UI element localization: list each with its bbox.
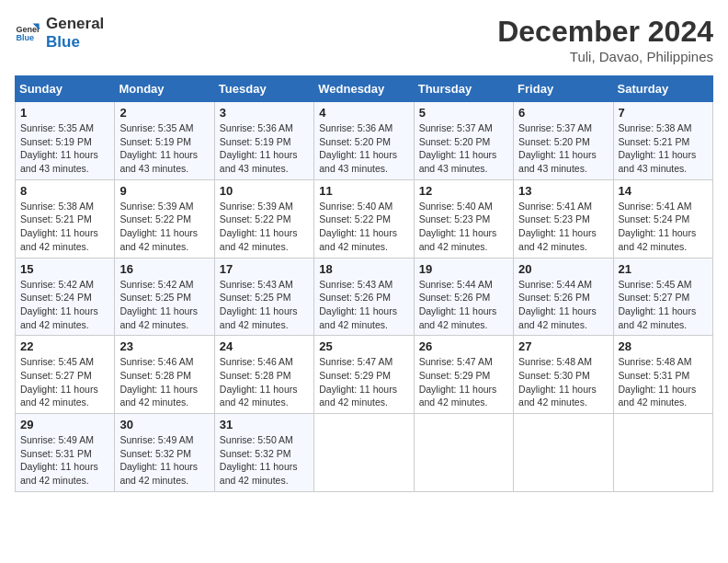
day-number: 7 bbox=[619, 106, 708, 120]
day-number: 6 bbox=[518, 106, 608, 120]
day-info: Sunrise: 5:39 AMSunset: 5:22 PMDaylight:… bbox=[220, 200, 309, 254]
day-number: 14 bbox=[619, 184, 708, 198]
calendar-cell: 19Sunrise: 5:44 AMSunset: 5:26 PMDayligh… bbox=[414, 258, 513, 336]
title-block: December 2024 Tuli, Davao, Philippines bbox=[497, 15, 713, 64]
calendar-cell: 4Sunrise: 5:36 AMSunset: 5:20 PMDaylight… bbox=[314, 102, 414, 180]
calendar-cell: 27Sunrise: 5:48 AMSunset: 5:30 PMDayligh… bbox=[514, 336, 613, 414]
day-number: 16 bbox=[119, 262, 209, 276]
logo: General Blue General Blue bbox=[15, 15, 104, 52]
day-info: Sunrise: 5:50 AMSunset: 5:32 PMDaylight:… bbox=[220, 433, 309, 488]
day-info: Sunrise: 5:48 AMSunset: 5:30 PMDaylight:… bbox=[518, 355, 608, 409]
calendar-cell bbox=[514, 414, 613, 492]
day-number: 24 bbox=[220, 339, 309, 353]
day-number: 11 bbox=[319, 184, 408, 198]
day-number: 30 bbox=[119, 418, 209, 431]
calendar-cell: 25Sunrise: 5:47 AMSunset: 5:29 PMDayligh… bbox=[314, 336, 414, 414]
calendar-cell: 5Sunrise: 5:37 AMSunset: 5:20 PMDaylight… bbox=[414, 102, 513, 180]
day-info: Sunrise: 5:42 AMSunset: 5:24 PMDaylight:… bbox=[20, 278, 109, 332]
day-number: 8 bbox=[20, 184, 109, 198]
page-subtitle: Tuli, Davao, Philippines bbox=[497, 49, 713, 64]
calendar-cell: 24Sunrise: 5:46 AMSunset: 5:28 PMDayligh… bbox=[214, 336, 313, 414]
day-info: Sunrise: 5:36 AMSunset: 5:19 PMDaylight:… bbox=[220, 121, 309, 176]
day-info: Sunrise: 5:48 AMSunset: 5:31 PMDaylight:… bbox=[619, 355, 708, 409]
day-info: Sunrise: 5:49 AMSunset: 5:31 PMDaylight:… bbox=[20, 433, 109, 488]
calendar-cell: 28Sunrise: 5:48 AMSunset: 5:31 PMDayligh… bbox=[613, 336, 712, 414]
calendar-week-row: 15Sunrise: 5:42 AMSunset: 5:24 PMDayligh… bbox=[16, 258, 713, 336]
calendar-cell: 21Sunrise: 5:45 AMSunset: 5:27 PMDayligh… bbox=[613, 258, 712, 336]
day-number: 1 bbox=[20, 106, 109, 120]
weekday-header: Tuesday bbox=[214, 76, 313, 102]
day-number: 25 bbox=[319, 339, 408, 353]
day-number: 20 bbox=[518, 262, 608, 276]
day-info: Sunrise: 5:44 AMSunset: 5:26 PMDaylight:… bbox=[419, 278, 508, 332]
day-number: 15 bbox=[20, 262, 109, 276]
day-info: Sunrise: 5:44 AMSunset: 5:26 PMDaylight:… bbox=[518, 278, 608, 332]
day-number: 23 bbox=[119, 339, 209, 353]
day-number: 5 bbox=[419, 106, 508, 120]
calendar-cell: 16Sunrise: 5:42 AMSunset: 5:25 PMDayligh… bbox=[115, 258, 214, 336]
day-number: 17 bbox=[220, 262, 309, 276]
calendar-cell: 6Sunrise: 5:37 AMSunset: 5:20 PMDaylight… bbox=[514, 102, 613, 180]
day-number: 29 bbox=[20, 418, 109, 431]
day-number: 3 bbox=[220, 106, 309, 120]
weekday-header-row: SundayMondayTuesdayWednesdayThursdayFrid… bbox=[16, 76, 713, 102]
calendar-cell: 12Sunrise: 5:40 AMSunset: 5:23 PMDayligh… bbox=[414, 179, 513, 258]
calendar-cell: 22Sunrise: 5:45 AMSunset: 5:27 PMDayligh… bbox=[16, 336, 115, 414]
calendar-cell: 1Sunrise: 5:35 AMSunset: 5:19 PMDaylight… bbox=[16, 102, 115, 180]
day-number: 12 bbox=[419, 184, 508, 198]
calendar-cell: 20Sunrise: 5:44 AMSunset: 5:26 PMDayligh… bbox=[514, 258, 613, 336]
weekday-header: Saturday bbox=[613, 76, 712, 102]
calendar-cell: 17Sunrise: 5:43 AMSunset: 5:25 PMDayligh… bbox=[214, 258, 313, 336]
day-info: Sunrise: 5:40 AMSunset: 5:23 PMDaylight:… bbox=[419, 200, 508, 254]
day-info: Sunrise: 5:38 AMSunset: 5:21 PMDaylight:… bbox=[619, 121, 708, 176]
day-info: Sunrise: 5:37 AMSunset: 5:20 PMDaylight:… bbox=[518, 121, 608, 176]
calendar-week-row: 8Sunrise: 5:38 AMSunset: 5:21 PMDaylight… bbox=[16, 179, 713, 258]
day-number: 21 bbox=[619, 262, 708, 276]
day-number: 22 bbox=[20, 339, 109, 353]
day-info: Sunrise: 5:45 AMSunset: 5:27 PMDaylight:… bbox=[619, 278, 708, 332]
calendar-cell: 15Sunrise: 5:42 AMSunset: 5:24 PMDayligh… bbox=[16, 258, 115, 336]
calendar-cell: 7Sunrise: 5:38 AMSunset: 5:21 PMDaylight… bbox=[613, 102, 712, 180]
calendar-cell: 2Sunrise: 5:35 AMSunset: 5:19 PMDaylight… bbox=[115, 102, 214, 180]
day-info: Sunrise: 5:39 AMSunset: 5:22 PMDaylight:… bbox=[119, 200, 209, 254]
day-number: 18 bbox=[319, 262, 408, 276]
calendar-cell: 31Sunrise: 5:50 AMSunset: 5:32 PMDayligh… bbox=[214, 414, 313, 492]
calendar-cell: 26Sunrise: 5:47 AMSunset: 5:29 PMDayligh… bbox=[414, 336, 513, 414]
day-number: 28 bbox=[619, 339, 708, 353]
day-info: Sunrise: 5:41 AMSunset: 5:24 PMDaylight:… bbox=[619, 200, 708, 254]
calendar-cell: 9Sunrise: 5:39 AMSunset: 5:22 PMDaylight… bbox=[115, 179, 214, 258]
day-number: 2 bbox=[119, 106, 209, 120]
calendar-cell: 8Sunrise: 5:38 AMSunset: 5:21 PMDaylight… bbox=[16, 179, 115, 258]
page-header: General Blue General Blue December 2024 … bbox=[15, 15, 713, 64]
calendar-cell: 14Sunrise: 5:41 AMSunset: 5:24 PMDayligh… bbox=[613, 179, 712, 258]
calendar-cell: 11Sunrise: 5:40 AMSunset: 5:22 PMDayligh… bbox=[314, 179, 414, 258]
calendar-cell: 13Sunrise: 5:41 AMSunset: 5:23 PMDayligh… bbox=[514, 179, 613, 258]
day-number: 10 bbox=[220, 184, 309, 198]
day-info: Sunrise: 5:41 AMSunset: 5:23 PMDaylight:… bbox=[518, 200, 608, 254]
weekday-header: Friday bbox=[514, 76, 613, 102]
svg-text:Blue: Blue bbox=[16, 34, 34, 43]
day-number: 13 bbox=[518, 184, 608, 198]
day-info: Sunrise: 5:35 AMSunset: 5:19 PMDaylight:… bbox=[119, 121, 209, 176]
day-info: Sunrise: 5:42 AMSunset: 5:25 PMDaylight:… bbox=[119, 278, 209, 332]
calendar-week-row: 22Sunrise: 5:45 AMSunset: 5:27 PMDayligh… bbox=[16, 336, 713, 414]
day-info: Sunrise: 5:47 AMSunset: 5:29 PMDaylight:… bbox=[419, 355, 508, 409]
calendar-cell: 30Sunrise: 5:49 AMSunset: 5:32 PMDayligh… bbox=[115, 414, 214, 492]
calendar-cell: 29Sunrise: 5:49 AMSunset: 5:31 PMDayligh… bbox=[16, 414, 115, 492]
day-info: Sunrise: 5:36 AMSunset: 5:20 PMDaylight:… bbox=[319, 121, 408, 176]
calendar-cell: 3Sunrise: 5:36 AMSunset: 5:19 PMDaylight… bbox=[214, 102, 313, 180]
page-title: December 2024 bbox=[497, 15, 713, 49]
weekday-header: Monday bbox=[115, 76, 214, 102]
calendar-cell bbox=[314, 414, 414, 492]
calendar-table: SundayMondayTuesdayWednesdayThursdayFrid… bbox=[15, 75, 713, 492]
weekday-header: Sunday bbox=[16, 76, 115, 102]
day-number: 9 bbox=[119, 184, 209, 198]
day-number: 31 bbox=[220, 418, 309, 431]
calendar-cell bbox=[613, 414, 712, 492]
day-number: 26 bbox=[419, 339, 508, 353]
logo-text: General Blue bbox=[46, 15, 104, 52]
calendar-cell bbox=[414, 414, 513, 492]
day-info: Sunrise: 5:47 AMSunset: 5:29 PMDaylight:… bbox=[319, 355, 408, 409]
calendar-cell: 18Sunrise: 5:43 AMSunset: 5:26 PMDayligh… bbox=[314, 258, 414, 336]
day-info: Sunrise: 5:43 AMSunset: 5:25 PMDaylight:… bbox=[220, 278, 309, 332]
